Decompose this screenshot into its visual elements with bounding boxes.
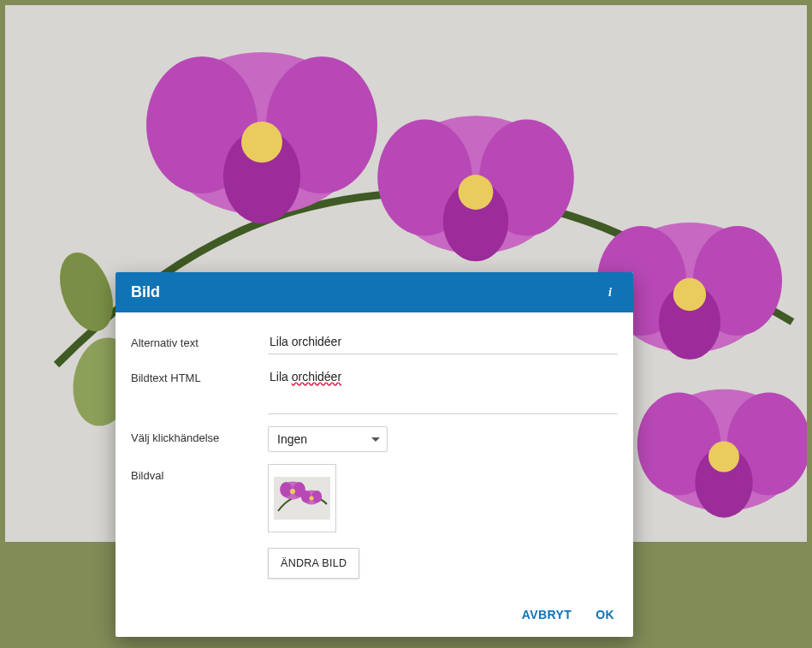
row-click-event: Välj klickhändelse Ingen [131,426,618,452]
svg-point-12 [459,175,494,210]
svg-point-35 [309,496,313,500]
svg-point-7 [241,122,282,163]
svg-point-29 [280,482,292,497]
row-caption-html: Bildtext HTML Lila orchidéer [131,366,618,414]
click-event-select[interactable]: Ingen [268,426,388,452]
chevron-down-icon [371,437,380,442]
dialog-body: Alternativ text Bildtext HTML Lila orchi… [116,312,633,596]
row-image-select: Bildval [131,464,618,579]
dialog-title: Bild [131,283,160,301]
row-alt-text: Alternativ text [131,331,618,354]
info-icon[interactable]: i [602,285,618,300]
alt-text-label: Alternativ text [131,331,268,349]
svg-point-34 [311,490,322,502]
dialog-header: Bild i [116,272,633,312]
caption-html-label: Bildtext HTML [131,366,268,384]
click-event-selected-value: Ingen [277,432,307,446]
svg-point-33 [301,490,311,502]
alt-text-input[interactable] [268,331,618,354]
caption-text-wavy: orchidéer [292,370,341,383]
caption-text-part1: Lila [270,370,292,383]
svg-point-17 [673,278,706,311]
dialog-actions: AVBRYT OK [116,596,633,637]
svg-point-22 [708,442,739,473]
image-thumbnail[interactable] [268,464,336,532]
cancel-button[interactable]: AVBRYT [522,608,572,621]
ok-button[interactable]: OK [596,608,614,621]
image-select-label: Bildval [131,464,268,482]
change-image-button[interactable]: ÄNDRA BILD [268,548,359,579]
click-event-label: Välj klickhändelse [131,426,268,444]
caption-html-input[interactable]: Lila orchidéer [268,366,618,414]
image-settings-dialog: Bild i Alternativ text Bildtext HTML Lil… [116,272,633,637]
svg-point-31 [290,489,295,494]
